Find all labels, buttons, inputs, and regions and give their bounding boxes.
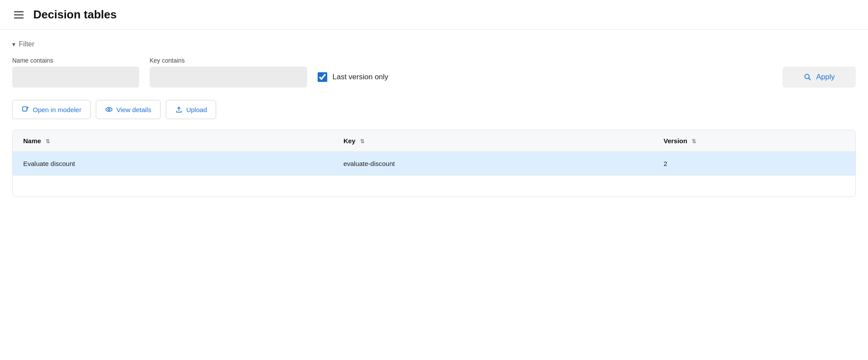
sort-icon-name: ⇅ (46, 138, 50, 145)
upload-button[interactable]: Upload (166, 100, 217, 119)
open-in-modeler-button[interactable]: Open in modeler (12, 100, 91, 119)
action-buttons: Open in modeler View details Upload (12, 100, 856, 119)
cell-key: evaluate-discount (333, 152, 653, 176)
col-header-key[interactable]: Key ⇅ (333, 130, 653, 152)
svg-point-4 (108, 109, 110, 111)
name-contains-field: Name contains (12, 57, 139, 88)
eye-icon (105, 106, 113, 113)
last-version-label[interactable]: Last version only (332, 73, 388, 81)
apply-label: Apply (816, 73, 835, 81)
filter-section: ▾ Filter Name contains Key contains Last… (12, 40, 856, 88)
name-contains-label: Name contains (12, 57, 139, 64)
search-icon (804, 73, 812, 81)
view-details-label: View details (116, 106, 151, 113)
filter-chevron-icon: ▾ (12, 41, 15, 48)
key-contains-label: Key contains (150, 57, 307, 64)
sort-icon-key: ⇅ (360, 138, 364, 145)
decision-tables-table: Name ⇅ Key ⇅ Version ⇅ Evaluate di (12, 130, 856, 197)
table-row[interactable]: Evaluate discount evaluate-discount 2 (13, 152, 855, 176)
col-header-name[interactable]: Name ⇅ (13, 130, 333, 152)
last-version-checkbox[interactable] (318, 72, 327, 82)
filter-toggle-label: Filter (19, 40, 35, 48)
svg-rect-2 (23, 107, 27, 111)
apply-button[interactable]: Apply (783, 67, 856, 88)
view-details-button[interactable]: View details (96, 100, 161, 119)
cell-version: 2 (653, 152, 855, 176)
edit-icon (21, 106, 29, 113)
sort-icon-version: ⇅ (692, 138, 696, 145)
open-in-modeler-label: Open in modeler (33, 106, 81, 113)
col-header-version[interactable]: Version ⇅ (653, 130, 855, 152)
key-contains-field: Key contains (150, 57, 307, 88)
filter-row: Name contains Key contains Last version … (12, 57, 856, 88)
svg-point-3 (106, 108, 112, 112)
app-header: Decision tables (0, 0, 868, 30)
hamburger-menu-icon[interactable] (12, 10, 25, 20)
page-title: Decision tables (33, 8, 117, 21)
upload-icon (175, 106, 183, 113)
name-contains-input[interactable] (12, 67, 139, 88)
table-header-row: Name ⇅ Key ⇅ Version ⇅ (13, 130, 855, 152)
upload-label: Upload (186, 106, 207, 113)
key-contains-input[interactable] (150, 67, 307, 88)
cell-name: Evaluate discount (13, 152, 333, 176)
last-version-group: Last version only (318, 67, 388, 88)
table-row-empty (13, 176, 855, 197)
svg-line-1 (809, 78, 811, 80)
main-content: ▾ Filter Name contains Key contains Last… (0, 30, 868, 208)
filter-toggle[interactable]: ▾ Filter (12, 40, 856, 48)
